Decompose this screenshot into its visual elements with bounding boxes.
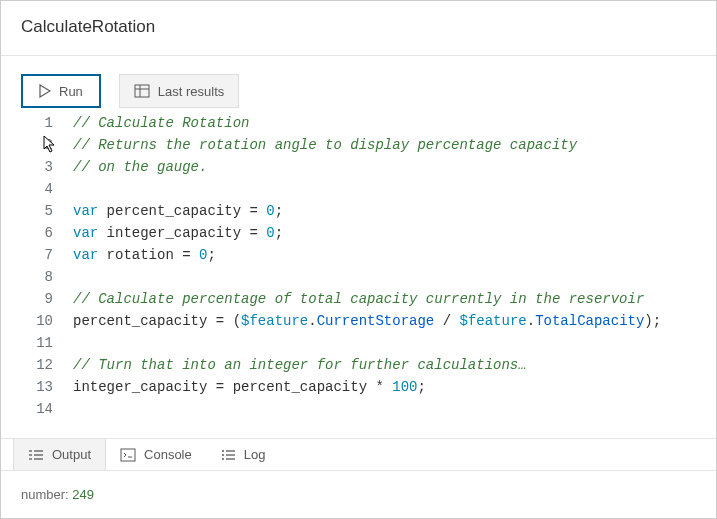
line-number: 14 — [1, 398, 53, 420]
tab-output-label: Output — [52, 447, 91, 462]
line-number: 11 — [1, 332, 53, 354]
last-results-button[interactable]: Last results — [119, 74, 239, 108]
page-title: CalculateRotation — [21, 17, 155, 36]
last-results-label: Last results — [158, 84, 224, 99]
line-number: 8 — [1, 266, 53, 288]
svg-rect-0 — [135, 85, 149, 97]
svg-point-15 — [222, 458, 224, 460]
code-line[interactable] — [73, 178, 708, 200]
code-line[interactable] — [73, 266, 708, 288]
code-area[interactable]: // Calculate Rotation// Returns the rota… — [65, 108, 716, 438]
line-number-gutter: 1234567891011121314 — [1, 108, 65, 438]
line-number: 12 — [1, 354, 53, 376]
line-number: 13 — [1, 376, 53, 398]
code-line[interactable]: var integer_capacity = 0; — [73, 222, 708, 244]
line-number: 2 — [1, 134, 53, 156]
code-line[interactable] — [73, 332, 708, 354]
code-line[interactable]: // Calculate percentage of total capacit… — [73, 288, 708, 310]
output-value: 249 — [72, 487, 94, 502]
run-button-label: Run — [59, 84, 83, 99]
toolbar: Run Last results — [1, 56, 716, 108]
header: CalculateRotation — [1, 1, 716, 56]
code-line[interactable]: // Returns the rotation angle to display… — [73, 134, 708, 156]
code-line[interactable]: var percent_capacity = 0; — [73, 200, 708, 222]
code-line[interactable]: // on the gauge. — [73, 156, 708, 178]
play-icon — [39, 84, 51, 98]
code-line[interactable]: var rotation = 0; — [73, 244, 708, 266]
code-line[interactable]: // Turn that into an integer for further… — [73, 354, 708, 376]
console-icon — [120, 448, 136, 462]
tab-log-label: Log — [244, 447, 266, 462]
svg-rect-9 — [121, 449, 135, 461]
svg-point-11 — [222, 450, 224, 452]
line-number: 4 — [1, 178, 53, 200]
output-type-label: number: — [21, 487, 72, 502]
line-number: 3 — [1, 156, 53, 178]
run-button[interactable]: Run — [21, 74, 101, 108]
line-number: 7 — [1, 244, 53, 266]
log-icon — [220, 448, 236, 462]
output-icon — [28, 448, 44, 462]
svg-point-13 — [222, 454, 224, 456]
tab-console[interactable]: Console — [106, 439, 206, 470]
code-editor[interactable]: 1234567891011121314 // Calculate Rotatio… — [1, 107, 716, 439]
line-number: 5 — [1, 200, 53, 222]
output-panel: number: 249 — [1, 471, 716, 518]
line-number: 10 — [1, 310, 53, 332]
tab-output[interactable]: Output — [13, 439, 106, 470]
code-line[interactable]: percent_capacity = ($feature.CurrentStor… — [73, 310, 708, 332]
line-number: 9 — [1, 288, 53, 310]
expression-builder-window: CalculateRotation Run Last results 12345… — [0, 0, 717, 519]
results-icon — [134, 84, 150, 98]
tab-log[interactable]: Log — [206, 439, 280, 470]
code-line[interactable]: integer_capacity = percent_capacity * 10… — [73, 376, 708, 398]
line-number: 6 — [1, 222, 53, 244]
tab-console-label: Console — [144, 447, 192, 462]
line-number: 1 — [1, 112, 53, 134]
bottom-tabs: Output Console Log — [1, 439, 716, 471]
code-line[interactable]: // Calculate Rotation — [73, 112, 708, 134]
code-line[interactable] — [73, 398, 708, 420]
